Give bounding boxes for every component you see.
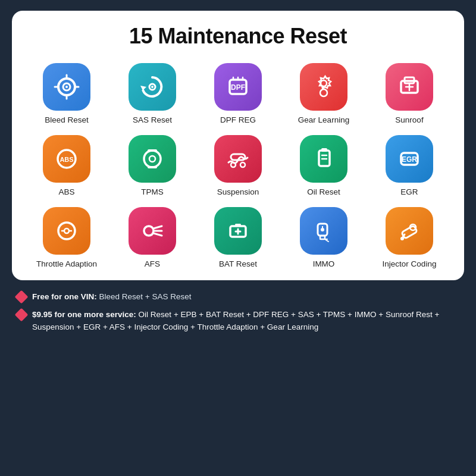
free-vin-content: Bleed Reset + SAS Reset: [99, 292, 192, 301]
svg-point-58: [400, 237, 404, 240]
svg-text:DPF: DPF: [231, 83, 245, 92]
suspension-label: Suspension: [217, 187, 259, 196]
abs-icon: ABS: [43, 135, 90, 183]
bleed-reset-icon: [43, 63, 90, 111]
tpms-icon: [129, 135, 176, 183]
svg-rect-26: [148, 166, 157, 168]
list-item[interactable]: Suspension: [202, 135, 274, 196]
sas-reset-icon: [129, 63, 176, 111]
injector-coding-label: Injector Coding: [383, 259, 437, 268]
main-card: 15 Maintenance Reset Bleed Reset: [12, 11, 464, 280]
svg-point-29: [231, 162, 236, 167]
svg-point-2: [65, 86, 68, 88]
svg-point-15: [321, 80, 327, 86]
diamond-icon-1: [15, 290, 29, 304]
list-item[interactable]: Gear Learning: [288, 63, 359, 124]
icon-grid: Bleed Reset SAS Reset DPF: [24, 63, 452, 268]
svg-line-44: [154, 233, 162, 236]
sunroof-label: Sunroof: [395, 115, 423, 124]
svg-point-24: [144, 151, 161, 167]
paid-service-prefix: $9.95 for one more service:: [32, 310, 136, 319]
gear-learning-label: Gear Learning: [298, 115, 349, 124]
list-item[interactable]: Injector Coding: [374, 207, 445, 268]
dpf-reg-label: DPF REG: [220, 115, 256, 124]
svg-point-41: [144, 226, 154, 236]
sunroof-icon: [386, 63, 433, 111]
list-item[interactable]: SAS Reset: [117, 63, 188, 124]
svg-point-16: [320, 89, 327, 96]
svg-rect-46: [235, 224, 241, 227]
list-item[interactable]: Oil Reset: [288, 135, 359, 196]
list-item[interactable]: DPF DPF REG: [202, 63, 274, 124]
paid-service-row: $9.95 for one more service: Oil Reset + …: [17, 309, 459, 333]
afs-label: AFS: [145, 259, 160, 268]
svg-text:EGR: EGR: [402, 155, 417, 164]
svg-text:ABS: ABS: [60, 156, 73, 163]
svg-point-30: [240, 162, 245, 167]
svg-point-9: [151, 86, 154, 88]
free-vin-row: Free for one VIN: Bleed Reset + SAS Rese…: [17, 291, 459, 303]
dpf-reg-icon: DPF: [214, 63, 262, 111]
svg-point-25: [149, 156, 155, 162]
list-item[interactable]: TPMS: [117, 135, 188, 196]
svg-line-42: [154, 226, 162, 228]
list-item[interactable]: EGR EGR: [374, 135, 445, 196]
tpms-label: TPMS: [141, 187, 164, 196]
oil-reset-label: Oil Reset: [307, 187, 340, 196]
injector-coding-icon: [386, 207, 433, 255]
list-item[interactable]: BAT Reset: [202, 207, 274, 268]
list-item[interactable]: Throttle Adaption: [31, 207, 102, 268]
gear-learning-icon: [300, 63, 347, 111]
bat-reset-label: BAT Reset: [219, 259, 257, 268]
svg-marker-7: [140, 86, 146, 90]
oil-reset-icon: [300, 135, 347, 183]
list-item[interactable]: Sunroof: [374, 63, 445, 124]
page-title: 15 Maintenance Reset: [24, 24, 452, 49]
svg-rect-27: [148, 149, 157, 152]
free-vin-text: Free for one VIN: Bleed Reset + SAS Rese…: [32, 291, 192, 303]
sas-reset-label: SAS Reset: [133, 115, 172, 124]
bat-reset-icon: [214, 207, 262, 255]
diamond-icon-2: [15, 308, 29, 322]
list-item[interactable]: AFS: [117, 207, 188, 268]
immo-label: IMMO: [313, 259, 335, 268]
bottom-info: Free for one VIN: Bleed Reset + SAS Rese…: [12, 289, 464, 339]
egr-label: EGR: [400, 187, 418, 196]
svg-point-53: [321, 228, 324, 231]
egr-icon: EGR: [386, 135, 433, 183]
list-item[interactable]: Bleed Reset: [31, 63, 102, 124]
list-item[interactable]: IMMO: [288, 207, 359, 268]
paid-service-text: $9.95 for one more service: Oil Reset + …: [32, 309, 459, 333]
free-vin-prefix: Free for one VIN:: [32, 292, 97, 301]
immo-icon: [300, 207, 347, 255]
bleed-reset-label: Bleed Reset: [45, 115, 89, 124]
throttle-adaption-label: Throttle Adaption: [36, 259, 97, 268]
throttle-adaption-icon: [43, 207, 90, 255]
afs-icon: [129, 207, 176, 255]
list-item[interactable]: ABS ABS: [31, 135, 102, 196]
svg-rect-32: [321, 148, 327, 152]
svg-point-37: [58, 223, 75, 239]
abs-label: ABS: [58, 187, 74, 196]
suspension-icon: [214, 135, 262, 183]
